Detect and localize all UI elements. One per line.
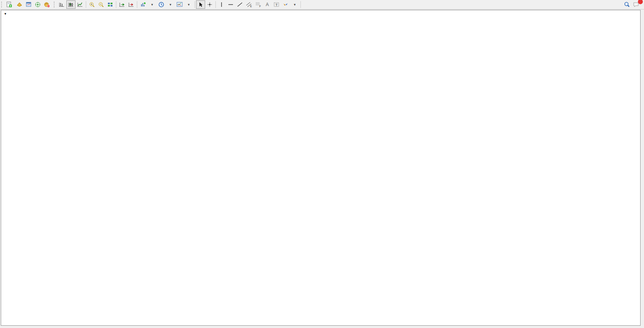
text-icon: A — [264, 2, 270, 8]
periods-button[interactable] — [157, 0, 166, 9]
arrows-caret[interactable]: ▼ — [290, 0, 299, 9]
indicators-button[interactable] — [138, 0, 148, 9]
toolbar: ▼ ▼ ▼ — [0, 0, 644, 10]
vline-icon — [218, 2, 225, 8]
indicators-caret[interactable]: ▼ — [148, 0, 157, 9]
text-label-button[interactable]: T — [272, 0, 281, 9]
templates-icon — [177, 2, 183, 8]
mt4-terminal: ▼ ▼ ▼ — [0, 0, 644, 328]
chat-button[interactable] — [631, 0, 641, 9]
chart-shift-icon — [128, 2, 134, 8]
zoom-in-icon — [89, 2, 95, 8]
periods-icon — [158, 2, 164, 8]
fibonacci-icon: F — [255, 2, 261, 8]
autotrading-icon — [44, 2, 50, 8]
candlestick-button[interactable] — [66, 0, 75, 9]
chart-canvas[interactable] — [0, 0, 644, 328]
zoom-in-button[interactable] — [87, 0, 96, 9]
tile-windows-icon — [107, 2, 113, 8]
svg-text:E: E — [250, 5, 252, 8]
vline-button[interactable] — [217, 0, 226, 9]
tile-windows-button[interactable] — [106, 0, 115, 9]
crosshair-button[interactable] — [205, 0, 214, 9]
bar-chart-icon — [59, 2, 65, 8]
cursor-button[interactable] — [196, 0, 205, 9]
channel-button[interactable]: E — [244, 0, 254, 9]
hline-button[interactable] — [226, 0, 235, 9]
trendline-icon — [237, 2, 243, 8]
notification-badge — [638, 0, 643, 4]
zoom-out-button[interactable] — [96, 0, 106, 9]
autotrading-button[interactable] — [42, 0, 53, 9]
toolbar-grip[interactable] — [1, 2, 3, 8]
chevron-down-icon: ▼ — [293, 3, 297, 6]
bar-chart-button[interactable] — [57, 0, 66, 9]
chart-title: ▼ — [4, 11, 10, 16]
zoom-out-icon — [98, 2, 104, 8]
toolbar-grip[interactable] — [54, 2, 56, 8]
indicators-icon — [140, 2, 146, 8]
svg-text:T: T — [276, 3, 278, 7]
arrows-button[interactable] — [281, 0, 290, 9]
candlestick-icon — [68, 2, 74, 8]
arrows-icon — [283, 2, 289, 8]
profiles-button[interactable] — [15, 0, 24, 9]
periods-caret[interactable]: ▼ — [166, 0, 175, 9]
trendline-button[interactable] — [235, 0, 244, 9]
market-watch-button[interactable] — [24, 0, 33, 9]
text-label-icon: T — [273, 2, 279, 8]
rsi-indicator-label — [4, 279, 5, 283]
profiles-icon — [16, 2, 22, 8]
chevron-down-icon: ▼ — [187, 3, 191, 6]
new-order-button[interactable] — [5, 0, 15, 9]
line-chart-icon — [77, 2, 83, 8]
macd-indicator-label — [4, 231, 5, 236]
new-order-icon — [6, 2, 12, 8]
market-watch-icon — [26, 2, 32, 8]
svg-text:F: F — [259, 5, 261, 8]
navigator-button[interactable] — [33, 0, 42, 9]
crosshair-icon — [207, 2, 213, 8]
autoscroll-button[interactable] — [117, 0, 127, 9]
navigator-icon — [35, 2, 41, 8]
line-chart-button[interactable] — [75, 0, 85, 9]
templates-caret[interactable]: ▼ — [184, 0, 193, 9]
svg-text:A: A — [266, 2, 269, 7]
chart-shift-button[interactable] — [127, 0, 136, 9]
chevron-down-icon: ▼ — [150, 3, 154, 6]
collapse-triangle-icon[interactable]: ▼ — [4, 12, 7, 16]
search-icon — [624, 2, 630, 8]
text-button[interactable]: A — [263, 0, 272, 9]
channel-icon: E — [246, 2, 252, 8]
fibonacci-button[interactable]: F — [254, 0, 263, 9]
chevron-down-icon: ▼ — [169, 3, 172, 6]
autoscroll-icon — [119, 2, 125, 8]
search-button[interactable] — [622, 0, 631, 9]
cursor-icon — [198, 2, 204, 8]
hline-icon — [228, 2, 234, 8]
templates-button[interactable] — [175, 0, 184, 9]
